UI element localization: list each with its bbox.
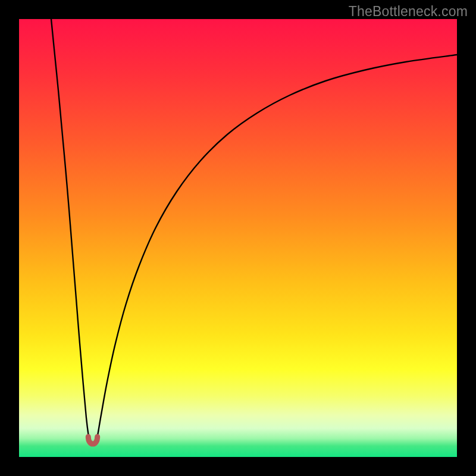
right-branch-curve	[96, 55, 457, 443]
curve-layer	[19, 19, 457, 457]
plot-area	[19, 19, 457, 457]
left-branch-curve	[51, 19, 90, 443]
watermark-text: TheBottleneck.com	[349, 4, 468, 20]
chart-frame: TheBottleneck.com	[0, 0, 476, 476]
min-marker	[88, 437, 97, 444]
